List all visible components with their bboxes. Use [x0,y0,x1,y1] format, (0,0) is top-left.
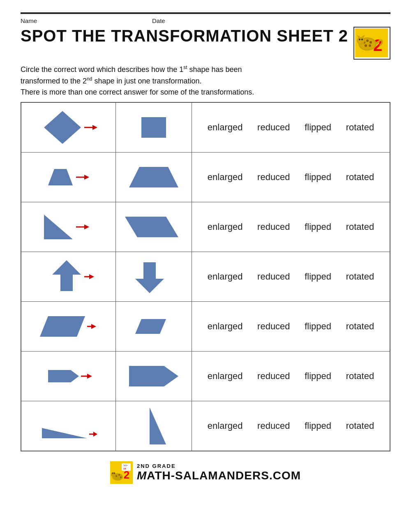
word-rotated-5[interactable]: rotated [343,319,378,333]
words-cell-2: enlarged reduced flipped rotated [192,166,390,188]
words-cell-7: enlarged reduced flipped rotated [192,415,390,437]
word-reduced-6[interactable]: reduced [254,369,293,383]
word-flipped-7[interactable]: flipped [301,419,335,433]
svg-text:3x5=: 3x5= [123,464,128,467]
word-enlarged-3[interactable]: enlarged [204,220,246,234]
svg-marker-17 [92,125,97,130]
word-flipped-1[interactable]: flipped [301,120,335,134]
words-cell-1: enlarged reduced flipped rotated [192,116,390,139]
svg-point-52 [120,476,122,478]
shape-left-5 [21,302,116,351]
svg-marker-38 [129,366,178,386]
word-reduced-7[interactable]: reduced [254,419,293,433]
shape-left-1 [21,103,116,152]
word-rotated-3[interactable]: rotated [343,220,378,234]
svg-marker-30 [135,262,164,293]
footer-grade: 2ND GRADE [137,463,176,469]
svg-marker-33 [91,324,96,329]
svg-point-51 [118,474,120,476]
shape-left-4 [21,252,116,301]
svg-marker-31 [40,316,85,337]
word-enlarged-6[interactable]: enlarged [204,369,246,383]
word-reduced-2[interactable]: reduced [254,170,293,184]
word-reduced-3[interactable]: reduced [254,220,293,234]
svg-marker-37 [87,374,92,379]
name-label: Name [21,17,37,24]
svg-marker-35 [48,370,79,382]
name-date-row: Name Date [21,17,390,24]
shape-right-1 [116,103,192,152]
svg-marker-39 [42,428,87,438]
svg-rect-18 [141,117,166,138]
footer-brand: MATH-SALAMANDERS.COM [137,469,301,482]
svg-point-48 [112,473,113,474]
words-cell-6: enlarged reduced flipped rotated [192,365,390,387]
top-border [21,12,390,14]
date-label: Date [152,17,165,24]
word-enlarged-7[interactable]: enlarged [204,419,246,433]
svg-marker-34 [135,319,166,334]
words-cell-3: enlarged reduced flipped rotated [192,216,390,238]
table-row: enlarged reduced flipped rotated [21,401,390,451]
svg-point-10 [358,38,364,44]
word-enlarged-2[interactable]: enlarged [204,170,246,184]
svg-point-47 [111,472,116,477]
shape-left-2 [21,153,116,202]
instructions: Circle the correct word which describes … [21,64,390,98]
svg-text:15: 15 [123,467,126,470]
svg-point-8 [369,44,371,47]
svg-point-6 [369,41,372,44]
word-flipped-5[interactable]: flipped [301,319,335,333]
svg-point-50 [115,475,117,477]
shape-left-7 [21,401,116,451]
word-rotated-2[interactable]: rotated [343,170,378,184]
svg-point-11 [359,39,360,40]
logo-box: 2 [353,27,390,60]
words-cell-5: enlarged reduced flipped rotated [192,315,390,338]
svg-marker-15 [44,111,81,144]
word-rotated-6[interactable]: rotated [343,369,378,383]
word-rotated-4[interactable]: rotated [343,270,378,284]
shape-left-6 [21,352,116,401]
words-cell-4: enlarged reduced flipped rotated [192,266,390,288]
word-enlarged-5[interactable]: enlarged [204,319,246,333]
svg-marker-26 [125,217,178,237]
word-rotated-1[interactable]: rotated [343,120,378,134]
word-enlarged-1[interactable]: enlarged [204,120,246,134]
svg-marker-25 [84,224,89,229]
table-row: enlarged reduced flipped rotated [21,252,390,302]
word-rotated-7[interactable]: rotated [343,419,378,433]
word-flipped-2[interactable]: flipped [301,170,335,184]
shape-right-6 [116,352,192,401]
title-row: SPOT THE TRANSFORMATION SHEET 2 2 [21,27,390,60]
word-reduced-1[interactable]: reduced [254,120,293,134]
svg-point-5 [366,39,369,42]
svg-marker-22 [129,167,178,187]
word-flipped-4[interactable]: flipped [301,270,335,284]
table-row: enlarged reduced flipped rotated [21,352,390,401]
page-title: SPOT THE TRANSFORMATION SHEET 2 [21,27,348,45]
page: Name Date SPOT THE TRANSFORMATION SHEET … [0,0,411,532]
table-row: enlarged reduced flipped rotated [21,103,390,153]
word-flipped-3[interactable]: flipped [301,220,335,234]
word-flipped-6[interactable]: flipped [301,369,335,383]
svg-marker-27 [52,260,81,291]
footer: 2 3x5= 15 2ND GRADE MATH-SA [21,461,390,484]
svg-point-7 [365,44,367,47]
shape-right-5 [116,302,192,351]
word-enlarged-4[interactable]: enlarged [204,270,246,284]
svg-marker-42 [150,407,166,444]
svg-point-49 [113,473,115,474]
table-row: enlarged reduced flipped rotated [21,153,390,202]
word-reduced-4[interactable]: reduced [254,270,293,284]
shape-right-3 [116,202,192,252]
shape-right-2 [116,153,192,202]
table-row: enlarged reduced flipped rotated [21,302,390,352]
shape-right-4 [116,252,192,301]
svg-marker-19 [48,169,73,185]
word-reduced-5[interactable]: reduced [254,319,293,333]
table-row: enlarged reduced flipped rotated [21,202,390,252]
shape-right-7 [116,401,192,451]
svg-marker-41 [93,432,97,437]
footer-logo: 2 3x5= 15 [110,461,133,484]
